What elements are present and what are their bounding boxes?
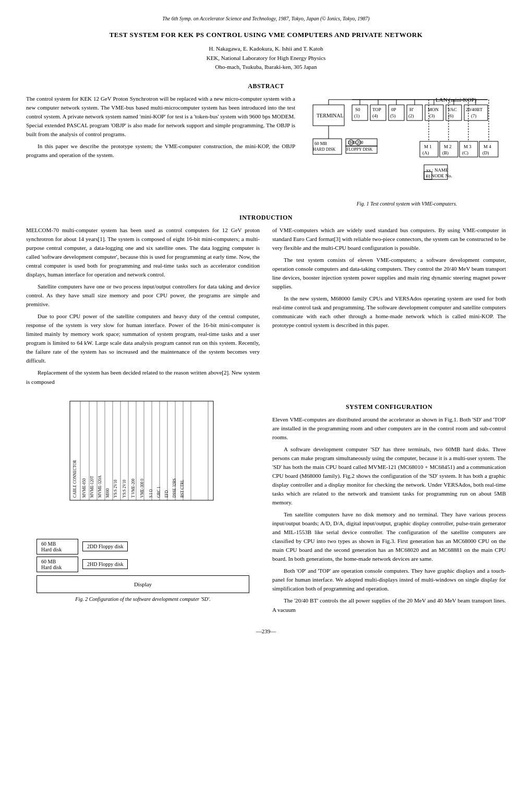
svg-text:H': H'	[409, 107, 414, 112]
svg-text:0P: 0P	[391, 107, 396, 112]
svg-text:M 2: M 2	[444, 144, 452, 149]
page-number: —239—	[26, 628, 506, 634]
svg-text:(2): (2)	[408, 113, 414, 118]
svg-text:M000: M000	[105, 488, 110, 497]
svg-text:CABLE CONNECTOR: CABLE CONNECTOR	[72, 460, 77, 497]
svg-text:DSSE 32RS: DSSE 32RS	[172, 478, 177, 498]
svg-text:S I O: S I O	[149, 489, 153, 497]
authors: H. Nakagawa, E. Kadokura, K. Ishii and T…	[26, 44, 506, 72]
svg-text:MON: MON	[428, 107, 439, 112]
sysconfig-heading: SYSTEM CONFIGURATION	[272, 403, 506, 411]
paper-title: TEST SYSTEM FOR KEK PS CONTROL USING VME…	[26, 31, 506, 39]
svg-text:M 4: M 4	[483, 144, 491, 149]
journal-header: The 6th Symp. on Accelerator Science and…	[26, 16, 506, 21]
svg-text:GRC 1: GRC 1	[156, 486, 161, 497]
svg-text:(1): (1)	[354, 113, 360, 118]
svg-text:S0: S0	[355, 107, 360, 112]
svg-text:(B): (B)	[442, 150, 449, 155]
svg-text:(6): (6)	[448, 113, 454, 118]
figure2-caption: Fig. 2 Configuration of the software dev…	[26, 596, 260, 602]
svg-text:TOP: TOP	[372, 107, 381, 112]
figure1-diagram: LAN (mini-KOP) TERMINAL S0 (1) TOP (4) 0…	[310, 94, 503, 199]
svg-text:MVME-120T: MVME-120T	[90, 475, 94, 497]
svg-text:(i): (i)	[426, 174, 430, 178]
introduction-text-left: MELCOM-70 multi-computer system has been…	[26, 226, 260, 387]
svg-text:MVME-320A: MVME-320A	[98, 475, 102, 497]
svg-text:(3): (3)	[429, 113, 435, 118]
svg-text:BST CTRL: BST CTRL	[180, 479, 185, 497]
introduction-heading: INTRODUCTION	[26, 214, 506, 222]
svg-text:FLOPPY DISK: FLOPPY DISK	[346, 147, 372, 152]
abstract-text: The control system for KEK 12 GeV Proton…	[26, 94, 295, 160]
abstract-heading: ABSTRACT	[26, 82, 506, 90]
svg-text:MVME-050: MVME-050	[82, 478, 87, 497]
svg-text:(7): (7)	[471, 113, 477, 118]
svg-text:(4): (4)	[372, 113, 378, 118]
introduction-text-right: of VME-computers which are widely used s…	[272, 226, 506, 330]
svg-text:TERMINAL: TERMINAL	[317, 113, 344, 118]
svg-text:HARD DISK: HARD DISK	[313, 147, 336, 152]
svg-text:T VME-200: T VME-200	[131, 478, 136, 498]
svg-text:(A): (A)	[422, 150, 429, 155]
svg-text:M 1: M 1	[424, 144, 432, 149]
svg-text:M 3: M 3	[464, 144, 471, 149]
svg-text:VME-300 0: VME-300 0	[140, 478, 144, 497]
svg-text:YS:S 2V10: YS:S 2V10	[113, 479, 118, 498]
svg-text:(C): (C)	[462, 150, 468, 155]
svg-text:EFD: EFD	[164, 490, 169, 498]
svg-text:(D): (D)	[482, 150, 489, 155]
svg-text:YS:S 2V10: YS:S 2V10	[122, 479, 127, 498]
sysconfig-text: Eleven VME-computes are distributed arou…	[272, 415, 506, 614]
figure1-caption: Fig. 1 Test control system with VME-comp…	[308, 201, 506, 207]
svg-text:VAC: VAC	[448, 107, 457, 112]
svg-text:60 MB: 60 MB	[315, 141, 327, 146]
figure2-diagram: CABLE CONNECTOR MVME-050 MVME-120T MVME-…	[26, 396, 260, 602]
svg-text:(5): (5)	[390, 113, 396, 118]
